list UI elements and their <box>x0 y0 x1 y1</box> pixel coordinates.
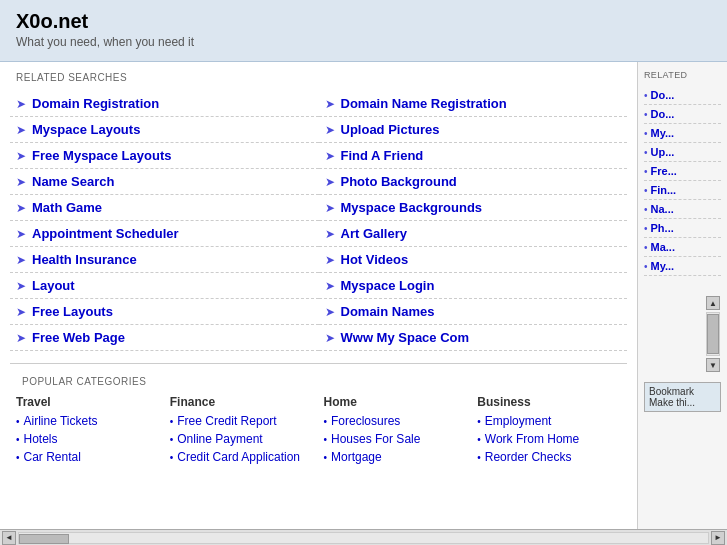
link-www-my-space-com[interactable]: Www My Space Com <box>341 330 470 345</box>
sidebar-link-3[interactable]: My... <box>651 127 675 139</box>
sidebar-link-7[interactable]: Na... <box>651 203 674 215</box>
arrow-icon: ➤ <box>16 201 26 215</box>
list-item: ➤ Myspace Layouts <box>10 117 319 143</box>
sidebar-list-item: • Do... <box>644 105 721 124</box>
link-layout[interactable]: Layout <box>32 278 75 293</box>
sidebar-list-item: • Fin... <box>644 181 721 200</box>
category-business-list: Employment Work From Home Reorder Checks <box>477 413 621 464</box>
category-finance-title: Finance <box>170 395 314 409</box>
arrow-icon: • <box>644 185 648 196</box>
link-upload-pictures[interactable]: Upload Pictures <box>341 122 440 137</box>
arrow-icon: ➤ <box>16 305 26 319</box>
link-free-credit-report[interactable]: Free Credit Report <box>177 414 276 428</box>
list-item: Online Payment <box>170 431 314 446</box>
list-item: Free Credit Report <box>170 413 314 428</box>
sidebar-list-item: • Ma... <box>644 238 721 257</box>
link-free-myspace-layouts[interactable]: Free Myspace Layouts <box>32 148 171 163</box>
link-myspace-layouts[interactable]: Myspace Layouts <box>32 122 140 137</box>
sidebar-list-item: • Na... <box>644 200 721 219</box>
link-photo-background[interactable]: Photo Background <box>341 174 457 189</box>
link-houses-for-sale[interactable]: Houses For Sale <box>331 432 420 446</box>
link-foreclosures[interactable]: Foreclosures <box>331 414 400 428</box>
sidebar-label: RELATED <box>644 70 721 80</box>
sidebar-link-10[interactable]: My... <box>651 260 675 272</box>
sidebar-link-6[interactable]: Fin... <box>651 184 677 196</box>
popular-categories-label: POPULAR CATEGORIES <box>16 376 621 387</box>
list-item: ➤ Appointment Scheduler <box>10 221 319 247</box>
link-car-rental[interactable]: Car Rental <box>24 450 81 464</box>
scroll-left-button[interactable]: ◄ <box>2 531 16 545</box>
bookmark-line1: Bookmark <box>649 386 716 397</box>
h-scroll-thumb[interactable] <box>19 534 69 544</box>
link-work-from-home[interactable]: Work From Home <box>485 432 579 446</box>
list-item: ➤ Math Game <box>10 195 319 221</box>
sidebar-link-1[interactable]: Do... <box>651 89 675 101</box>
list-item: Hotels <box>16 431 160 446</box>
list-item: ➤ Photo Background <box>319 169 628 195</box>
link-name-search[interactable]: Name Search <box>32 174 114 189</box>
arrow-icon: ➤ <box>16 279 26 293</box>
list-item: ➤ Layout <box>10 273 319 299</box>
list-item: ➤ Health Insurance <box>10 247 319 273</box>
category-travel-title: Travel <box>16 395 160 409</box>
scroll-right-button[interactable]: ► <box>711 531 725 545</box>
link-appointment-scheduler[interactable]: Appointment Scheduler <box>32 226 179 241</box>
link-find-a-friend[interactable]: Find A Friend <box>341 148 424 163</box>
bottom-scrollbar: ◄ ► <box>0 529 727 545</box>
sidebar-link-9[interactable]: Ma... <box>651 241 675 253</box>
link-employment[interactable]: Employment <box>485 414 552 428</box>
link-mortgage[interactable]: Mortgage <box>331 450 382 464</box>
arrow-icon: • <box>644 204 648 215</box>
arrow-icon: • <box>644 223 648 234</box>
list-item: ➤ Domain Name Registration <box>319 91 628 117</box>
category-home-title: Home <box>324 395 468 409</box>
list-item: Houses For Sale <box>324 431 468 446</box>
link-airline-tickets[interactable]: Airline Tickets <box>24 414 98 428</box>
arrow-icon: ➤ <box>16 331 26 345</box>
link-online-payment[interactable]: Online Payment <box>177 432 262 446</box>
scroll-thumb[interactable] <box>707 314 719 354</box>
link-hotels[interactable]: Hotels <box>24 432 58 446</box>
link-domain-names[interactable]: Domain Names <box>341 304 435 319</box>
sidebar-link-5[interactable]: Fre... <box>651 165 677 177</box>
arrow-icon: ➤ <box>325 123 335 137</box>
category-finance-list: Free Credit Report Online Payment Credit… <box>170 413 314 464</box>
arrow-icon: ➤ <box>325 175 335 189</box>
sidebar-link-2[interactable]: Do... <box>651 108 675 120</box>
link-health-insurance[interactable]: Health Insurance <box>32 252 137 267</box>
link-free-layouts[interactable]: Free Layouts <box>32 304 113 319</box>
sidebar-link-8[interactable]: Ph... <box>651 222 674 234</box>
left-links-col: ➤ Domain Registration ➤ Myspace Layouts … <box>10 91 319 351</box>
link-domain-registration[interactable]: Domain Registration <box>32 96 159 111</box>
arrow-icon: • <box>644 147 648 158</box>
link-domain-name-registration[interactable]: Domain Name Registration <box>341 96 507 111</box>
link-credit-card-application[interactable]: Credit Card Application <box>177 450 300 464</box>
popular-categories-section: POPULAR CATEGORIES Travel Airline Ticket… <box>10 363 627 477</box>
category-business: Business Employment Work From Home Reord… <box>477 395 621 467</box>
arrow-icon: • <box>644 128 648 139</box>
scroll-up-button[interactable]: ▲ <box>706 296 720 310</box>
link-reorder-checks[interactable]: Reorder Checks <box>485 450 572 464</box>
scrollbar-container: ▲ ▼ <box>644 276 721 372</box>
arrow-icon: ➤ <box>16 97 26 111</box>
category-travel-list: Airline Tickets Hotels Car Rental <box>16 413 160 464</box>
right-sidebar: RELATED • Do... • Do... • My... • Up... … <box>637 62 727 529</box>
list-item: ➤ Name Search <box>10 169 319 195</box>
scroll-down-button[interactable]: ▼ <box>706 358 720 372</box>
arrow-icon: ➤ <box>16 227 26 241</box>
list-item: ➤ Free Web Page <box>10 325 319 351</box>
link-art-gallery[interactable]: Art Gallery <box>341 226 407 241</box>
list-item: ➤ Myspace Login <box>319 273 628 299</box>
category-home: Home Foreclosures Houses For Sale Mortga… <box>324 395 468 467</box>
link-hot-videos[interactable]: Hot Videos <box>341 252 409 267</box>
link-free-web-page[interactable]: Free Web Page <box>32 330 125 345</box>
link-myspace-login[interactable]: Myspace Login <box>341 278 435 293</box>
category-travel: Travel Airline Tickets Hotels Car Rental <box>16 395 160 467</box>
list-item: Airline Tickets <box>16 413 160 428</box>
sidebar-list-item: • Up... <box>644 143 721 162</box>
link-myspace-backgrounds[interactable]: Myspace Backgrounds <box>341 200 483 215</box>
list-item: ➤ Hot Videos <box>319 247 628 273</box>
sidebar-link-4[interactable]: Up... <box>651 146 675 158</box>
arrow-icon: • <box>644 261 648 272</box>
link-math-game[interactable]: Math Game <box>32 200 102 215</box>
